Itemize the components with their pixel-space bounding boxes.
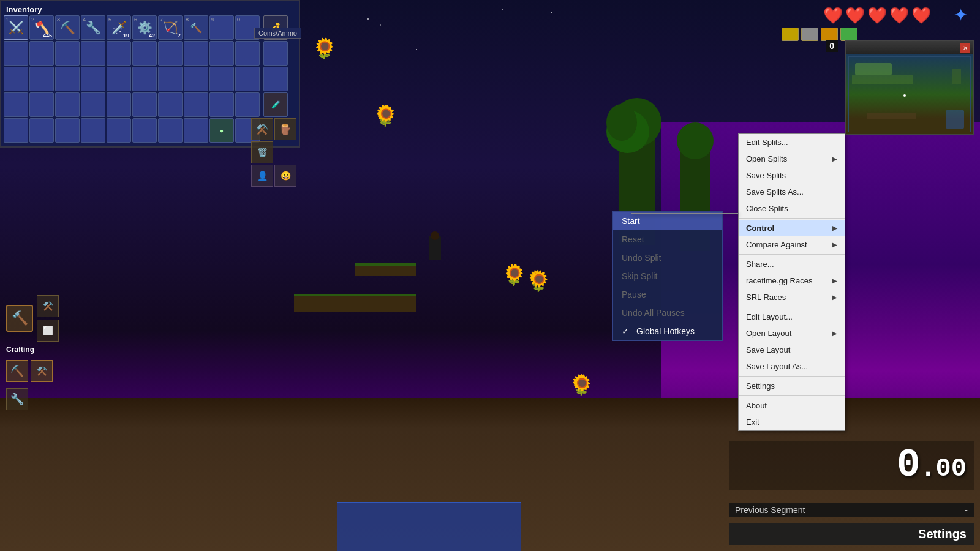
ls-menu-save-splits[interactable]: Save Splits	[739, 167, 845, 184]
ls-menu-racetime-races[interactable]: racetime.gg Races ▶	[739, 272, 845, 289]
ls-menu-save-layout-as[interactable]: Save Layout As...	[739, 358, 845, 375]
ls-menu-open-splits[interactable]: Open Splits ▶	[739, 151, 845, 167]
inv-slot[interactable]	[4, 41, 28, 66]
crafting-panel: 🔨 ⚒️ ⬜ Crafting ⛏️ ⚒️ 🔧	[6, 295, 59, 410]
inv-slot[interactable]	[107, 118, 131, 143]
ls-menu-close-splits[interactable]: Close Splits	[739, 200, 845, 217]
inv-slot[interactable]	[132, 41, 157, 66]
game-context-menu: Start Reset Undo Split Skip Split Pause …	[612, 211, 723, 341]
ls-menu-settings[interactable]: Settings	[739, 378, 845, 394]
hotbar-slot-8[interactable]: 8 🔨	[184, 15, 208, 40]
inv-slot[interactable]	[107, 41, 131, 66]
livesplit-titlebar[interactable]: ✕	[846, 41, 973, 54]
crafting-result-3[interactable]: 🔧	[6, 388, 28, 410]
ls-menu-control[interactable]: Control ▶	[739, 220, 845, 236]
inv-slot[interactable]	[29, 118, 54, 143]
char-icon-1[interactable]: 👤	[251, 165, 273, 187]
inv-slot[interactable]	[158, 41, 183, 66]
inv-slot[interactable]	[184, 41, 208, 66]
livesplit-window: ✕	[845, 40, 974, 135]
inv-slot[interactable]	[81, 41, 105, 66]
inv-slot[interactable]	[184, 118, 208, 143]
crafting-station-icon-2[interactable]: 🪵	[274, 118, 296, 140]
inv-row-1	[4, 41, 296, 66]
inv-slot[interactable]	[81, 92, 105, 117]
inv-slot[interactable]	[235, 41, 260, 66]
sunflower-4: 🌻	[527, 269, 545, 300]
crafting-station-icon-1[interactable]: ⚒️	[251, 118, 273, 140]
hotbar-slot-5[interactable]: 5 🗡️ 19	[107, 15, 131, 40]
crafting-result-1[interactable]: ⛏️	[6, 360, 28, 382]
ls-menu-edit-layout[interactable]: Edit Layout...	[739, 309, 845, 325]
hotbar-slot-6[interactable]: 6 ⚙️ 42	[132, 15, 157, 40]
ls-separator-4	[739, 376, 845, 377]
ls-menu-edit-splits[interactable]: Edit Splits...	[739, 134, 845, 151]
inv-slot[interactable]	[158, 118, 183, 143]
crafting-extra-1[interactable]: ⚒️	[37, 295, 59, 317]
inv-slot[interactable]: ●	[209, 118, 234, 143]
inv-slot[interactable]	[132, 92, 157, 117]
inv-slot[interactable]	[55, 92, 80, 117]
inv-slot[interactable]	[107, 92, 131, 117]
inv-slot[interactable]	[4, 92, 28, 117]
ls-menu-about[interactable]: About	[739, 397, 845, 414]
inv-slot[interactable]	[263, 41, 288, 66]
inv-slot[interactable]	[235, 67, 260, 91]
inv-slot[interactable]	[235, 92, 260, 117]
inv-slot[interactable]	[81, 67, 105, 91]
inv-slot[interactable]	[29, 41, 54, 66]
inv-slot[interactable]	[263, 67, 288, 91]
inv-slot[interactable]	[209, 67, 234, 91]
inv-slot[interactable]	[209, 92, 234, 117]
game-menu-reset: Reset	[613, 230, 722, 249]
minimap	[846, 54, 973, 134]
char-icon-2[interactable]: 😀	[274, 165, 296, 187]
crafting-item-1[interactable]: 🔨	[6, 305, 33, 332]
hotbar-slot-3[interactable]: 3 ⛏️	[55, 15, 80, 40]
inv-slot[interactable]	[29, 67, 54, 91]
ls-menu-share[interactable]: Share...	[739, 256, 845, 272]
inv-slot[interactable]	[4, 67, 28, 91]
hotbar-slot-1[interactable]: 1 ⚔️	[4, 15, 28, 40]
inv-slot[interactable]	[55, 118, 80, 143]
ls-menu-compare-against[interactable]: Compare Against ▶	[739, 236, 845, 253]
settings-bar[interactable]: Settings	[729, 523, 974, 545]
sunflower-5: 🌻	[570, 373, 588, 404]
ls-separator-2	[739, 254, 845, 255]
hotbar-slot-2[interactable]: 2 🪓 445	[29, 15, 54, 40]
ls-menu-save-layout[interactable]: Save Layout	[739, 342, 845, 358]
livesplit-close-button[interactable]: ✕	[960, 43, 970, 53]
inv-slot[interactable]	[132, 67, 157, 91]
sunflower-3: 🌻	[502, 263, 521, 294]
inv-slot[interactable]	[81, 118, 105, 143]
game-menu-global-hotkeys[interactable]: Global Hotkeys	[613, 322, 722, 340]
inv-slot[interactable]	[209, 41, 234, 66]
inv-slot[interactable]	[29, 92, 54, 117]
ls-menu-exit[interactable]: Exit	[739, 414, 845, 430]
inv-slot[interactable]	[184, 92, 208, 117]
trash-slot[interactable]: 🗑️	[251, 141, 273, 163]
crafting-extra-2[interactable]: ⬜	[37, 320, 59, 342]
game-menu-start[interactable]: Start	[613, 212, 722, 230]
inv-slot[interactable]	[158, 92, 183, 117]
inv-slot[interactable]	[4, 118, 28, 143]
inv-row-2	[4, 67, 296, 91]
inv-slot[interactable]	[55, 41, 80, 66]
minimap-inner	[848, 56, 971, 132]
game-menu-skip-split: Skip Split	[613, 267, 722, 285]
hotbar-slot-7[interactable]: 7 🏹 7	[158, 15, 183, 40]
crafting-result-2[interactable]: ⚒️	[31, 360, 53, 382]
ls-separator-5	[739, 395, 845, 396]
hotbar-slot-4[interactable]: 4 🔧	[81, 15, 105, 40]
inv-slot[interactable]	[132, 118, 157, 143]
inv-slot[interactable]	[55, 67, 80, 91]
ls-menu-srl-races[interactable]: SRL Races ▶	[739, 289, 845, 305]
inv-slot[interactable]	[184, 67, 208, 91]
inv-slot[interactable]	[107, 67, 131, 91]
hotbar-slot-9[interactable]: 9	[209, 15, 234, 40]
inv-slot-special-1[interactable]: 🧪	[263, 92, 288, 117]
ls-menu-save-splits-as[interactable]: Save Splits As...	[739, 184, 845, 200]
ls-menu-open-layout[interactable]: Open Layout ▶	[739, 325, 845, 342]
settings-label[interactable]: Settings	[918, 527, 967, 541]
inv-slot[interactable]	[158, 67, 183, 91]
